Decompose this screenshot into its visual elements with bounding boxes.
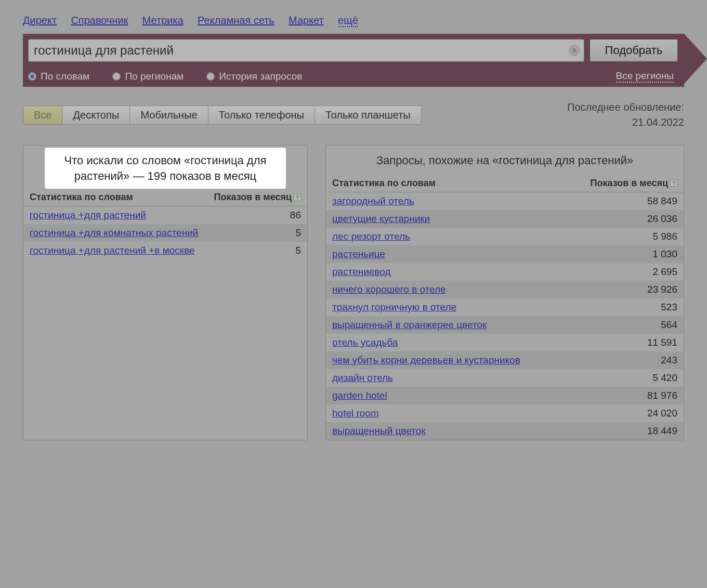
impressions-count: 11 591 — [646, 337, 677, 348]
table-row: цветущие кустарники26 036 — [326, 210, 684, 228]
tab-phones[interactable]: Только телефоны — [208, 106, 315, 125]
impressions-count: 1 030 — [646, 249, 677, 260]
tab-tablets[interactable]: Только планшеты — [315, 106, 422, 125]
impressions-count: 5 420 — [646, 372, 677, 384]
tab-mobile[interactable]: Мобильные — [130, 106, 208, 125]
impressions-count: 24 020 — [646, 408, 677, 419]
table-row: чем убить корни деревьев и кустарников24… — [326, 351, 684, 369]
impressions-count: 26 036 — [646, 213, 677, 225]
panel-with-word-title: Что искали со словом «гостиница для раст… — [45, 148, 286, 189]
search-arrow-decoration — [684, 34, 707, 84]
query-link[interactable]: растеньице — [332, 249, 385, 259]
query-link[interactable]: трахнул горничную в отеле — [332, 302, 456, 312]
query-link[interactable]: выращенный цветок — [332, 425, 425, 436]
impressions-count: 86 — [270, 210, 301, 221]
table-header: Статистика по словам Показов в месяц ? — [23, 189, 307, 206]
query-link[interactable]: дизайн отель — [332, 372, 393, 383]
query-link[interactable]: ничего хорошего в отеле — [332, 284, 446, 295]
table-row: hotel room24 020 — [326, 404, 684, 422]
table-row: загородный отель58 849 — [326, 192, 684, 210]
radio-history[interactable]: История запросов — [206, 71, 302, 82]
table-row: растениевод2 695 — [326, 263, 684, 281]
query-link[interactable]: гостиница +для растений +в москве — [30, 245, 195, 256]
table-row: выращенный цветок18 449 — [326, 422, 684, 440]
impressions-count: 564 — [646, 319, 677, 331]
table-row: ничего хорошего в отеле23 926 — [326, 281, 684, 298]
table-row: выращенный в оранжерее цветок564 — [326, 316, 684, 334]
radio-label: История запросов — [219, 71, 302, 82]
last-update: Последнее обновление: 21.04.2022 — [567, 101, 684, 128]
help-icon[interactable]: ? — [294, 194, 301, 201]
last-update-label: Последнее обновление: — [567, 101, 684, 113]
link-spravochnik[interactable]: Справочник — [71, 15, 128, 26]
col-count: Показов в месяц ? — [591, 178, 677, 189]
radio-label: По словам — [41, 71, 89, 82]
top-service-links: Директ Справочник Метрика Рекламная сеть… — [23, 15, 684, 27]
table-row: лес резорт отель5 986 — [326, 228, 684, 245]
impressions-count: 18 449 — [646, 425, 677, 437]
impressions-count: 523 — [646, 302, 677, 313]
link-more[interactable]: ещё — [338, 15, 358, 27]
impressions-count: 243 — [646, 355, 677, 366]
radio-by-regions[interactable]: По регионам — [112, 71, 184, 82]
help-icon[interactable]: ? — [670, 179, 677, 187]
table-row: гостиница +для комнатных растений5 — [23, 224, 307, 242]
impressions-count: 5 986 — [646, 231, 677, 242]
query-link[interactable]: загородный отель — [332, 195, 414, 206]
radio-by-words[interactable]: По словам — [28, 71, 89, 82]
search-input[interactable] — [28, 39, 584, 62]
table-row: garden hotel81 976 — [326, 387, 684, 404]
last-update-date: 21.04.2022 — [567, 116, 684, 128]
link-metrika[interactable]: Метрика — [142, 15, 184, 26]
table-row: отель усадьба11 591 — [326, 334, 684, 351]
radio-label: По регионам — [125, 71, 184, 82]
impressions-count: 2 695 — [646, 266, 677, 278]
tab-desktops[interactable]: Десктопы — [62, 106, 130, 125]
query-link[interactable]: гостиница +для комнатных растений — [30, 227, 198, 238]
query-link[interactable]: выращенный в оранжерее цветок — [332, 319, 487, 330]
impressions-count: 5 — [270, 227, 301, 239]
table-row: гостиница +для растений +в москве5 — [23, 242, 307, 259]
impressions-count: 23 926 — [646, 284, 677, 295]
col-stat: Статистика по словам — [30, 192, 214, 203]
query-link[interactable]: чем убить корни деревьев и кустарников — [332, 355, 520, 365]
link-market[interactable]: Маркет — [289, 15, 324, 26]
table-header: Статистика по словам Показов в месяц ? — [326, 175, 684, 192]
query-link[interactable]: hotel room — [332, 408, 379, 419]
region-selector[interactable]: Все регионы — [616, 70, 674, 83]
mode-radio-row: По словам По регионам История запросов В… — [23, 66, 684, 87]
submit-button[interactable]: Подобрать — [590, 39, 678, 62]
link-advnet[interactable]: Рекламная сеть — [198, 15, 274, 26]
table-row: гостиница +для растений86 — [23, 206, 307, 224]
device-tabs: Все Десктопы Мобильные Только телефоны Т… — [23, 106, 422, 125]
query-link[interactable]: отель усадьба — [332, 337, 398, 348]
query-link[interactable]: цветущие кустарники — [332, 213, 430, 224]
radio-dot-icon — [206, 72, 215, 81]
impressions-count: 58 849 — [646, 195, 677, 207]
col-stat: Статистика по словам — [332, 178, 591, 189]
radio-dot-icon — [28, 72, 36, 81]
tab-all[interactable]: Все — [23, 106, 62, 125]
query-link[interactable]: гостиница +для растений — [30, 210, 146, 220]
impressions-count: 5 — [270, 245, 301, 256]
searchbar: ✕ Подобрать По словам По регионам Истори… — [23, 34, 684, 87]
table-row: трахнул горничную в отеле523 — [326, 298, 684, 316]
clear-icon[interactable]: ✕ — [569, 45, 580, 56]
query-link[interactable]: растениевод — [332, 266, 390, 277]
col-count: Показов в месяц ? — [214, 192, 301, 203]
panel-similar-title: Запросы, похожие на «гостиница для расте… — [326, 146, 684, 175]
query-link[interactable]: garden hotel — [332, 390, 387, 401]
link-direct[interactable]: Директ — [23, 15, 57, 26]
panel-with-word: Что искали со словом «гостиница для раст… — [23, 145, 308, 440]
table-row: дизайн отель5 420 — [326, 369, 684, 387]
radio-dot-icon — [112, 72, 121, 81]
impressions-count: 81 976 — [646, 390, 677, 401]
panel-similar: Запросы, похожие на «гостиница для расте… — [325, 145, 684, 440]
query-link[interactable]: лес резорт отель — [332, 231, 410, 242]
table-row: растеньице1 030 — [326, 245, 684, 263]
